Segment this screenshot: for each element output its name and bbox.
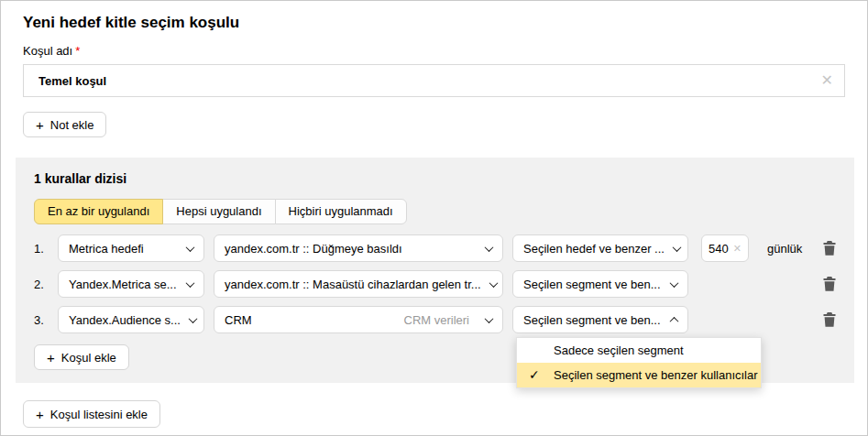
- chevron-down-icon: [186, 243, 195, 252]
- days-unit-label: günlük: [767, 242, 802, 256]
- audience-dropdown-menu: Sadece seçilen segment ✓ Seçilen segment…: [516, 337, 762, 388]
- condition-name-field: ✕: [23, 64, 845, 97]
- rule3-segment-select[interactable]: CRM CRM verileri: [214, 306, 503, 333]
- add-condition-list-button[interactable]: + Koşul listesini ekle: [23, 400, 160, 428]
- condition-name-input[interactable]: [23, 64, 845, 97]
- plus-icon: +: [36, 408, 44, 421]
- rule-row-2: 2. Yandex.Metrica se... yandex.com.tr ::…: [34, 270, 836, 298]
- rules-panel-header: 1 kurallar dizisi: [34, 170, 836, 187]
- add-condition-button[interactable]: + Koşul ekle: [34, 344, 129, 370]
- add-condition-list-label: Koşul listesini ekle: [50, 408, 148, 421]
- delete-rule-button[interactable]: [823, 277, 836, 291]
- rule2-audience-value: Seçilen segment ve ben...: [523, 278, 661, 291]
- rule3-segment-value: CRM: [225, 313, 252, 327]
- required-asterisk: *: [75, 44, 80, 58]
- delete-rule-button[interactable]: [823, 241, 836, 256]
- chevron-down-icon: [489, 278, 498, 288]
- rule3-segment-hint: CRM verileri: [404, 313, 470, 327]
- rule1-goal-value: yandex.com.tr :: Düğmeye basıldı: [225, 242, 402, 256]
- plus-icon: +: [36, 118, 44, 132]
- rule1-audience-select[interactable]: Seçilen hedef ve benzer ...: [512, 234, 688, 262]
- rule1-days-value: 540: [709, 242, 729, 256]
- rule3-audience-value: Seçilen segment ve ben...: [523, 313, 661, 327]
- tab-at-least-one-applied[interactable]: En az bir uygulandı: [34, 199, 163, 224]
- page-title: Yeni hedef kitle seçim koşulu: [23, 14, 845, 32]
- menu-item-label: Seçilen segment ve benzer kullanıcılar: [554, 363, 758, 387]
- menu-item-label: Sadece seçilen segment: [554, 338, 684, 363]
- delete-rule-button[interactable]: [823, 312, 836, 327]
- chevron-down-icon: [672, 243, 681, 252]
- rule-row-1: 1. Metrica hedefi yandex.com.tr :: Düğme…: [34, 234, 836, 262]
- clear-days-icon[interactable]: ✕: [733, 243, 742, 255]
- add-note-button[interactable]: + Not ekle: [23, 112, 106, 137]
- row-number: 2.: [34, 278, 58, 291]
- check-icon: ✓: [529, 363, 554, 387]
- plus-icon: +: [47, 351, 55, 365]
- rule1-audience-value: Seçilen hedef ve benzer ...: [523, 242, 665, 256]
- rule-rows: 1. Metrica hedefi yandex.com.tr :: Düğme…: [34, 234, 836, 333]
- trash-icon: [823, 312, 836, 327]
- add-condition-label: Koşul ekle: [61, 351, 116, 365]
- trash-icon: [823, 241, 836, 256]
- rule1-days-input[interactable]: 540 ✕: [701, 234, 749, 262]
- rule1-goal-select[interactable]: yandex.com.tr :: Düğmeye basıldı: [214, 234, 503, 262]
- rule3-audience-select[interactable]: Seçilen segment ve ben...: [512, 306, 688, 333]
- tab-all-applied[interactable]: Hepsi uygulandı: [162, 199, 275, 224]
- rule2-type-select[interactable]: Yandex.Metrica se...: [58, 270, 204, 298]
- menu-item-segment-and-similar[interactable]: ✓ Seçilen segment ve benzer kullanıcılar: [517, 363, 761, 387]
- rule1-type-value: Metrica hedefi: [69, 242, 144, 256]
- condition-name-label: Koşul adı*: [23, 44, 845, 58]
- trash-icon: [823, 277, 836, 291]
- menu-item-only-selected-segment[interactable]: Sadece seçilen segment: [517, 338, 761, 363]
- condition-name-label-text: Koşul adı: [23, 44, 72, 58]
- chevron-down-icon: [485, 314, 494, 323]
- clear-input-icon[interactable]: ✕: [821, 73, 833, 88]
- chevron-up-icon: [670, 316, 679, 325]
- rule-row-3: 3. Yandex.Audience s... CRM CRM verileri…: [34, 306, 836, 333]
- rule3-type-select[interactable]: Yandex.Audience s...: [58, 306, 204, 333]
- chevron-down-icon: [186, 278, 195, 288]
- chevron-down-icon: [485, 243, 494, 252]
- chevron-down-icon: [188, 314, 197, 323]
- tab-none-applied[interactable]: Hiçbiri uygulanmadı: [275, 199, 407, 224]
- row-number: 1.: [34, 242, 58, 256]
- rule2-audience-select[interactable]: Seçilen segment ve ben...: [512, 270, 688, 298]
- rule1-type-select[interactable]: Metrica hedefi: [58, 234, 204, 262]
- add-note-label: Not ekle: [50, 118, 94, 132]
- rule-match-tabs: En az bir uygulandı Hepsi uygulandı Hiçb…: [34, 199, 836, 224]
- chevron-down-icon: [670, 278, 679, 288]
- rule2-segment-value: yandex.com.tr :: Masaüstü cihazlardan ge…: [225, 278, 481, 291]
- new-audience-condition-dialog: Yeni hedef kitle seçim koşulu Koşul adı*…: [0, 0, 868, 436]
- rule2-segment-select[interactable]: yandex.com.tr :: Masaüstü cihazlardan ge…: [214, 270, 503, 298]
- rule3-type-value: Yandex.Audience s...: [69, 313, 181, 327]
- rule2-type-value: Yandex.Metrica se...: [69, 278, 177, 291]
- row-number: 3.: [34, 313, 58, 327]
